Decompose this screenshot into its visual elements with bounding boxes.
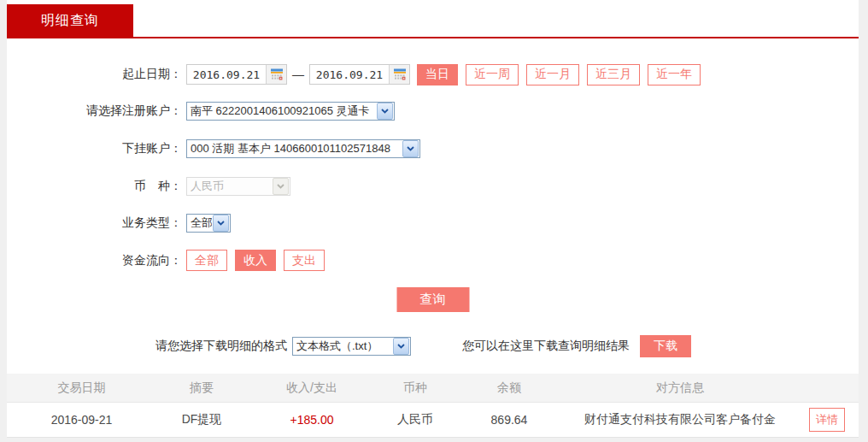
- quick-range-week-button[interactable]: 近一周: [466, 64, 519, 85]
- header-trade-date: 交易日期: [7, 380, 156, 396]
- fund-flow-row: 资金流向： 全部 收入 支出: [7, 250, 859, 271]
- fund-flow-label: 资金流向：: [7, 253, 182, 268]
- chevron-down-icon: [393, 338, 409, 355]
- end-date-calendar-button[interactable]: [389, 65, 409, 84]
- fund-flow-all-button[interactable]: 全部: [186, 250, 227, 271]
- cell-summary: DF提现: [156, 412, 247, 427]
- sub-account-row: 下挂账户： 000 活期 基本户 1406600101102571848: [7, 139, 859, 158]
- header-balance: 余额: [454, 380, 565, 396]
- currency-select: 人民币: [186, 177, 290, 196]
- date-range-row: 起止日期：: [7, 63, 859, 85]
- cell-amount: +185.00: [247, 413, 377, 427]
- date-separator: —: [292, 68, 304, 81]
- cell-counterparty: 财付通支付科技有限公司客户备付金: [565, 412, 795, 427]
- start-date-input[interactable]: [187, 65, 266, 84]
- business-type-row: 业务类型： 全部: [7, 214, 859, 233]
- tab-label: 明细查询: [41, 12, 99, 30]
- register-account-label: 请选择注册账户：: [7, 103, 182, 119]
- end-date-field: [309, 64, 410, 85]
- currency-value: 人民币: [187, 179, 272, 194]
- calendar-icon: [270, 68, 284, 81]
- results-table: 交易日期 摘要 收入/支出 币种 余额 对方信息 2016-09-21 DF提现…: [7, 374, 859, 438]
- download-hint: 您可以在这里下载查询明细结果: [462, 339, 630, 354]
- sub-account-select[interactable]: 000 活期 基本户 1406600101102571848: [186, 139, 420, 158]
- header-currency: 币种: [377, 380, 454, 396]
- tab-detail-query[interactable]: 明细查询: [7, 4, 133, 37]
- currency-label: 币 种：: [7, 179, 182, 194]
- quick-range-3months-button[interactable]: 近三月: [587, 64, 640, 85]
- business-type-value: 全部: [187, 215, 212, 231]
- cell-balance: 869.64: [454, 413, 565, 427]
- calendar-icon: [393, 68, 407, 81]
- download-row: 请您选择下载明细的格式 文本格式（.txt） 您可以在这里下载查询明细结果 下载: [7, 335, 859, 357]
- fund-flow-expense-button[interactable]: 支出: [284, 250, 325, 271]
- business-type-label: 业务类型：: [7, 215, 182, 231]
- chevron-down-icon: [273, 178, 289, 195]
- currency-row: 币 种： 人民币: [7, 177, 859, 196]
- cell-trade-date: 2016-09-21: [7, 413, 156, 427]
- sub-account-label: 下挂账户：: [7, 141, 182, 156]
- header-income-expense: 收入/支出: [247, 380, 377, 396]
- chevron-down-icon: [377, 103, 393, 120]
- start-date-field: [186, 64, 287, 85]
- header-counterparty: 对方信息: [565, 380, 795, 396]
- download-format-select[interactable]: 文本格式（.txt）: [292, 337, 411, 356]
- detail-button[interactable]: 详情: [809, 408, 845, 432]
- download-format-value: 文本格式（.txt）: [293, 339, 392, 354]
- fund-flow-income-button[interactable]: 收入: [235, 250, 276, 271]
- detail-query-panel: 明细查询 起止日期：: [7, 0, 859, 437]
- download-format-label: 请您选择下载明细的格式: [155, 339, 287, 354]
- header-summary: 摘要: [156, 380, 247, 396]
- query-button[interactable]: 查询: [396, 287, 469, 312]
- date-range-label: 起止日期：: [7, 67, 182, 82]
- chevron-down-icon: [402, 140, 419, 157]
- chevron-down-icon: [213, 215, 229, 232]
- cell-currency: 人民币: [377, 412, 454, 427]
- table-row: 2016-09-21 DF提现 +185.00 人民币 869.64 财付通支付…: [7, 403, 859, 438]
- download-button[interactable]: 下载: [640, 335, 691, 357]
- business-type-select[interactable]: 全部: [186, 214, 231, 233]
- tab-underline: [7, 37, 859, 38]
- register-account-select[interactable]: 南平 6222001406100921065 灵通卡: [186, 102, 395, 121]
- register-account-row: 请选择注册账户： 南平 6222001406100921065 灵通卡: [7, 102, 859, 121]
- table-header-row: 交易日期 摘要 收入/支出 币种 余额 对方信息: [7, 374, 859, 403]
- start-date-calendar-button[interactable]: [266, 65, 286, 84]
- sub-account-value: 000 活期 基本户 1406600101102571848: [187, 141, 402, 156]
- end-date-input[interactable]: [310, 65, 389, 84]
- quick-range-month-button[interactable]: 近一月: [526, 64, 579, 85]
- register-account-value: 南平 6222001406100921065 灵通卡: [187, 103, 376, 119]
- quick-range-today-button[interactable]: 当日: [417, 64, 458, 85]
- quick-range-year-button[interactable]: 近一年: [648, 64, 701, 85]
